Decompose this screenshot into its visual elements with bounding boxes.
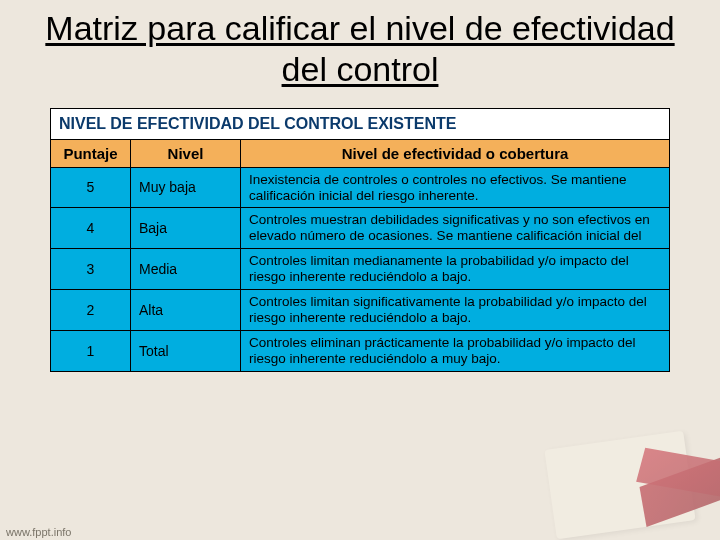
table-row: 4 Baja Controles muestran debilidades si… xyxy=(51,208,670,249)
cell-level: Total xyxy=(131,330,241,371)
cell-desc: Controles muestran debilidades significa… xyxy=(241,208,670,249)
col-header-level: Nivel xyxy=(131,139,241,167)
table-row: 3 Media Controles limitan medianamente l… xyxy=(51,249,670,290)
footer-url: www.fppt.info xyxy=(6,526,71,538)
cell-desc: Controles eliminan prácticamente la prob… xyxy=(241,330,670,371)
cell-level: Alta xyxy=(131,290,241,331)
cell-desc: Controles limitan medianamente la probab… xyxy=(241,249,670,290)
table-header-row: NIVEL DE EFECTIVIDAD DEL CONTROL EXISTEN… xyxy=(51,108,670,139)
table-row: 2 Alta Controles limitan significativame… xyxy=(51,290,670,331)
col-header-desc: Nivel de efectividad o cobertura xyxy=(241,139,670,167)
cell-level: Baja xyxy=(131,208,241,249)
table-row: 5 Muy baja Inexistencia de controles o c… xyxy=(51,167,670,208)
table-columns-row: Puntaje Nivel Nivel de efectividad o cob… xyxy=(51,139,670,167)
effectiveness-table: NIVEL DE EFECTIVIDAD DEL CONTROL EXISTEN… xyxy=(50,108,670,372)
cell-level: Muy baja xyxy=(131,167,241,208)
decoration-scroll xyxy=(540,420,720,540)
table-row: 1 Total Controles eliminan prácticamente… xyxy=(51,330,670,371)
cell-score: 5 xyxy=(51,167,131,208)
slide-title: Matriz para calificar el nivel de efecti… xyxy=(0,0,720,94)
cell-score: 1 xyxy=(51,330,131,371)
cell-level: Media xyxy=(131,249,241,290)
cell-score: 4 xyxy=(51,208,131,249)
cell-score: 3 xyxy=(51,249,131,290)
cell-desc: Inexistencia de controles o controles no… xyxy=(241,167,670,208)
table-main-header: NIVEL DE EFECTIVIDAD DEL CONTROL EXISTEN… xyxy=(51,108,670,139)
col-header-score: Puntaje xyxy=(51,139,131,167)
cell-desc: Controles limitan significativamente la … xyxy=(241,290,670,331)
cell-score: 2 xyxy=(51,290,131,331)
